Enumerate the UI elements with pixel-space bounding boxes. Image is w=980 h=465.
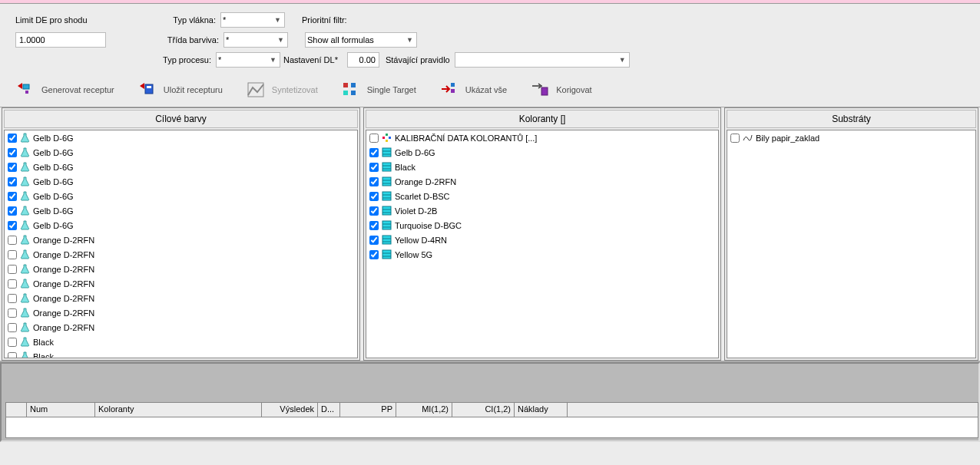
- target-checkbox[interactable]: [8, 250, 17, 259]
- target-item[interactable]: Orange D-2RFN: [5, 291, 357, 305]
- colorant-item[interactable]: Black: [366, 160, 718, 174]
- target-item[interactable]: Orange D-2RFN: [5, 305, 357, 320]
- swatch-icon: [382, 176, 392, 186]
- colorants-header[interactable]: Koloranty []: [366, 110, 719, 128]
- col-naklady[interactable]: Náklady: [515, 403, 568, 417]
- colorant-checkbox[interactable]: [369, 250, 379, 259]
- target-item[interactable]: Orange D-2RFN: [5, 247, 357, 262]
- targets-header[interactable]: Cílové barvy: [4, 110, 358, 128]
- target-checkbox[interactable]: [8, 134, 17, 143]
- fiber-type-combo[interactable]: *▼: [220, 12, 285, 28]
- results-grid-body[interactable]: [5, 417, 978, 438]
- save-recipe-button[interactable]: Uložit recepturu: [137, 81, 223, 99]
- col-mi[interactable]: MI(1,2): [396, 403, 452, 417]
- grid-corner: [6, 403, 27, 417]
- colorants-root[interactable]: KALIBRAČNÍ DATA KOLORANTŮ [...]: [366, 130, 718, 145]
- target-checkbox[interactable]: [8, 206, 17, 216]
- colorant-label: Black: [395, 163, 416, 172]
- target-item[interactable]: Orange D-2RFN: [5, 262, 357, 276]
- correct-icon: [530, 81, 551, 99]
- dl-value[interactable]: 0.00: [347, 52, 379, 68]
- colorant-label: Yellow D-4RN: [395, 236, 447, 245]
- correct-button[interactable]: Korigovat: [530, 81, 591, 99]
- colorants-list[interactable]: KALIBRAČNÍ DATA KOLORANTŮ [...] Gelb D-6…: [366, 130, 719, 358]
- col-num[interactable]: Num: [27, 403, 95, 417]
- colorant-checkbox[interactable]: [369, 177, 379, 186]
- process-type-combo[interactable]: *▼: [216, 52, 280, 68]
- synthesize-icon: [246, 81, 267, 99]
- filter-form: Limit DE pro shodu Typ vlákna: *▼ Priori…: [0, 4, 980, 76]
- colorant-item[interactable]: Gelb D-6G: [366, 145, 718, 160]
- target-checkbox[interactable]: [8, 177, 17, 186]
- colorant-label: Yellow 5G: [395, 250, 432, 259]
- flask-icon: [20, 322, 30, 332]
- target-item[interactable]: Gelb D-6G: [5, 203, 357, 218]
- target-item[interactable]: Gelb D-6G: [5, 218, 357, 232]
- target-checkbox[interactable]: [8, 265, 17, 274]
- dye-class-combo[interactable]: *▼: [223, 32, 288, 48]
- target-checkbox[interactable]: [8, 352, 17, 359]
- target-item[interactable]: Gelb D-6G: [5, 174, 357, 189]
- colorant-checkbox[interactable]: [369, 163, 379, 172]
- target-item[interactable]: Orange D-2RFN: [5, 320, 357, 335]
- substrates-list[interactable]: Bily papir_zaklad: [727, 130, 976, 358]
- col-vysledek[interactable]: Výsledek: [262, 403, 318, 417]
- colorant-checkbox[interactable]: [369, 206, 379, 216]
- colorant-item[interactable]: Yellow 5G: [366, 247, 718, 262]
- substrate-item[interactable]: Bily papir_zaklad: [727, 130, 975, 145]
- target-label: Gelb D-6G: [33, 134, 74, 143]
- targets-list[interactable]: Gelb D-6G Gelb D-6G Gelb D-6G Gelb D-6G …: [4, 130, 358, 358]
- target-item[interactable]: Black: [5, 335, 357, 349]
- flask-icon: [20, 308, 30, 318]
- process-type-label: Typ procesu:: [154, 55, 216, 64]
- substrates-header[interactable]: Substráty: [727, 110, 976, 128]
- colorant-checkbox[interactable]: [369, 148, 379, 157]
- target-label: Orange D-2RFN: [33, 279, 94, 289]
- target-item[interactable]: Gelb D-6G: [5, 130, 357, 145]
- show-all-button[interactable]: Ukázat vše: [439, 81, 507, 99]
- colorant-item[interactable]: Yellow D-4RN: [366, 232, 718, 247]
- generate-recipe-label: Generovat receptur: [41, 85, 114, 94]
- colorant-item[interactable]: Orange D-2RFN: [366, 174, 718, 189]
- colorant-item[interactable]: Scarlet D-BSC: [366, 189, 718, 203]
- limit-de-input[interactable]: [15, 32, 106, 48]
- existing-rule-label: Stávající pravidlo: [386, 55, 450, 64]
- colorant-item[interactable]: Turquoise D-BGC: [366, 218, 718, 232]
- target-checkbox[interactable]: [8, 148, 17, 157]
- generate-recipe-button[interactable]: Generovat receptur: [15, 81, 114, 99]
- target-checkbox[interactable]: [8, 308, 17, 318]
- target-checkbox[interactable]: [8, 338, 17, 347]
- target-item[interactable]: Gelb D-6G: [5, 189, 357, 203]
- substrates-panel: Substráty Bily papir_zaklad: [724, 107, 978, 361]
- col-koloranty[interactable]: Koloranty: [95, 403, 262, 417]
- synthesize-button[interactable]: Syntetizovat: [246, 81, 318, 99]
- target-item[interactable]: Gelb D-6G: [5, 160, 357, 174]
- target-checkbox[interactable]: [8, 236, 17, 245]
- target-item[interactable]: Orange D-2RFN: [5, 276, 357, 291]
- flask-icon: [20, 249, 30, 259]
- colorant-item[interactable]: Violet D-2B: [366, 203, 718, 218]
- colorant-checkbox[interactable]: [369, 221, 379, 230]
- single-target-button[interactable]: Single Target: [341, 81, 416, 99]
- target-checkbox[interactable]: [8, 221, 17, 230]
- target-checkbox[interactable]: [8, 323, 17, 332]
- colorant-label: Violet D-2B: [395, 206, 437, 216]
- target-checkbox[interactable]: [8, 192, 17, 201]
- col-pp[interactable]: PP: [340, 403, 396, 417]
- col-d[interactable]: D...: [318, 403, 340, 417]
- target-item[interactable]: Black: [5, 349, 357, 358]
- target-checkbox[interactable]: [8, 294, 17, 303]
- target-item[interactable]: Orange D-2RFN: [5, 232, 357, 247]
- target-label: Orange D-2RFN: [33, 265, 94, 274]
- priority-filter-combo[interactable]: Show all formulas▼: [305, 32, 417, 48]
- colorant-checkbox[interactable]: [369, 236, 379, 245]
- substrate-checkbox[interactable]: [730, 134, 740, 143]
- target-item[interactable]: Gelb D-6G: [5, 145, 357, 160]
- target-checkbox[interactable]: [8, 279, 17, 289]
- show-all-label: Ukázat vše: [465, 85, 507, 94]
- colorant-checkbox[interactable]: [369, 192, 379, 201]
- colorants-root-checkbox[interactable]: [369, 134, 379, 143]
- col-ci[interactable]: CI(1,2): [452, 403, 515, 417]
- existing-rule-combo[interactable]: ▼: [455, 52, 630, 68]
- target-checkbox[interactable]: [8, 163, 17, 172]
